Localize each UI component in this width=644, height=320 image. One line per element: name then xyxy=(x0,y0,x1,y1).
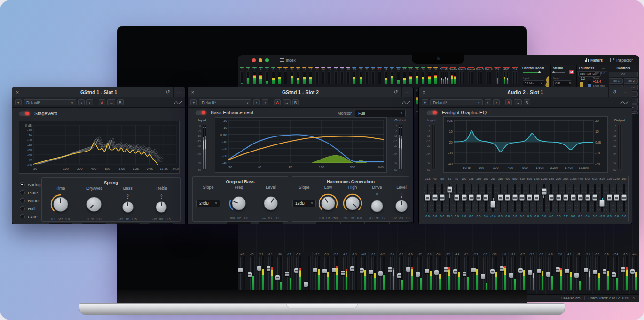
eq-band-slider-31.5[interactable] xyxy=(425,194,430,201)
preset-select[interactable]: Default*∨ xyxy=(24,99,76,105)
bus-strip-Main 3[interactable]: Main 3 xyxy=(458,66,467,84)
mixer-channel-strip[interactable]: -4.4 xyxy=(453,252,462,295)
channel-strip[interactable]: 32 xyxy=(432,66,439,84)
mixer-channel-strip[interactable]: -7.1 xyxy=(462,252,471,295)
channel-fader[interactable] xyxy=(481,274,485,279)
channel-fader[interactable] xyxy=(509,273,513,278)
channel-fader[interactable] xyxy=(463,272,467,276)
mixer-channel-strip[interactable]: -3.3 xyxy=(537,252,546,295)
studio-input-select[interactable]: C/R∨ xyxy=(553,80,573,86)
talk-2-button[interactable]: Talk 2 xyxy=(624,78,638,84)
treble-value[interactable]: 0.0 xyxy=(149,223,173,224)
channel-strip[interactable]: 8 xyxy=(283,66,289,84)
channel-fader[interactable] xyxy=(416,272,420,277)
channel-fader[interactable] xyxy=(341,271,345,275)
mixer-channel-strip[interactable]: -3.9 xyxy=(602,252,612,295)
ab-compare-a-button[interactable]: A xyxy=(99,99,105,105)
slope-select[interactable]: 24dB∨ xyxy=(196,200,220,207)
mixer-channel-strip[interactable]: -12 xyxy=(415,252,424,295)
mixer-channel-strip[interactable]: -7.4 xyxy=(611,252,620,295)
eq-band-slider-8.0k[interactable] xyxy=(599,200,605,207)
prev-preset-button[interactable]: ‹ xyxy=(78,99,85,105)
zoom-light[interactable] xyxy=(265,58,269,62)
mixer-channel-strip[interactable]: -2.9 xyxy=(471,252,480,295)
add-preset-button[interactable]: + xyxy=(422,99,428,105)
channel-fader[interactable] xyxy=(360,268,364,273)
mixer-channel-strip[interactable]: -6.2 xyxy=(378,252,387,295)
mixer-channel-strip[interactable]: -4.0 xyxy=(340,252,350,295)
mixer-channel-strip[interactable]: -1.3 xyxy=(350,252,359,295)
traffic-lights[interactable] xyxy=(252,58,269,62)
channel-strip[interactable]: 3 xyxy=(251,66,258,84)
channel-strip[interactable]: 12 xyxy=(307,66,314,84)
channel-fader[interactable] xyxy=(444,267,448,272)
window-titlebar[interactable]: GStnd 1 - Slot 2 × ↺ ⋯ xyxy=(188,87,413,97)
channel-strip[interactable]: 25 xyxy=(389,66,395,84)
channel-fader[interactable] xyxy=(537,269,542,273)
channel-fader[interactable] xyxy=(388,267,392,272)
menu-icon[interactable]: ⋯ xyxy=(620,87,632,97)
mixer-channel-strip[interactable]: -1.6 xyxy=(499,252,509,295)
channel-fader[interactable] xyxy=(248,272,252,277)
channel-fader[interactable] xyxy=(490,269,495,274)
prev-preset-button[interactable]: ‹ xyxy=(485,99,491,105)
channel-fader[interactable] xyxy=(630,269,635,274)
prev-preset-button[interactable]: ‹ xyxy=(253,99,260,105)
mixer-channel-strip[interactable]: -2.1 xyxy=(266,252,275,295)
off-button[interactable]: Off xyxy=(609,72,638,77)
mixer-channel-strip[interactable]: -2.8 xyxy=(331,252,341,295)
ab-compare-b-button[interactable]: B xyxy=(292,99,299,105)
drive-knob[interactable] xyxy=(371,200,383,212)
mixer-channel-strip[interactable]: -2.1 xyxy=(257,252,266,295)
channel-fader[interactable] xyxy=(546,272,550,277)
pause-icon[interactable]: ‖ xyxy=(600,72,601,75)
mixer-channel-strip[interactable]: -5.8 xyxy=(434,252,443,295)
eq-band-slider-1.0k[interactable] xyxy=(534,194,539,201)
channel-fader[interactable] xyxy=(518,268,523,273)
channel-fader[interactable] xyxy=(556,267,560,272)
channel-fader[interactable] xyxy=(285,272,289,276)
channel-strip[interactable]: 18 xyxy=(345,66,351,84)
channel-strip[interactable]: 1 xyxy=(239,66,245,84)
channel-strip[interactable]: 23 xyxy=(377,66,383,84)
channel-strip[interactable]: 14 xyxy=(320,66,326,84)
mixer-channel-strip[interactable]: -4.6 xyxy=(630,252,639,295)
channel-fader[interactable] xyxy=(565,269,569,273)
eq-band-slider-6.3k[interactable] xyxy=(592,194,597,201)
bass-knob[interactable] xyxy=(122,201,134,213)
eq-band-slider-2.0k[interactable] xyxy=(556,194,561,201)
mixer-channel-strip[interactable]: -5.2 xyxy=(294,252,303,295)
channel-strip[interactable]: 31 xyxy=(426,66,432,84)
next-preset-button[interactable]: › xyxy=(262,99,268,105)
monitor-select[interactable]: Full∨ xyxy=(355,110,406,117)
studio-mute-button[interactable]: M xyxy=(569,70,574,74)
eq-band-slider-5.0k[interactable] xyxy=(585,194,590,201)
window-titlebar[interactable]: GStnd 1 - Slot 1 × ↺ ⋯ xyxy=(12,87,185,97)
eq-band-slider-4.0k[interactable] xyxy=(578,194,583,201)
channel-fader[interactable] xyxy=(313,268,317,272)
mixer-channel-strip[interactable]: -2.7 xyxy=(518,252,527,295)
channel-fader[interactable] xyxy=(500,266,504,271)
bus-strip-5.1 Mix[interactable]: 5.1 Mix xyxy=(440,66,449,84)
mixer-channel-strip[interactable]: -9.2 xyxy=(509,252,518,295)
ab-compare-a-button[interactable]: A xyxy=(505,99,512,105)
channel-strip[interactable]: 11 xyxy=(301,66,307,84)
channel-strip[interactable]: 27 xyxy=(401,66,408,84)
mixer-channel-strip[interactable]: -4.1 xyxy=(565,252,574,295)
ab-compare-b-button[interactable]: B xyxy=(117,99,124,105)
mixer-channel-strip[interactable]: -5.3 xyxy=(322,252,331,295)
bus-strip-Main 6[interactable]: Main 6 xyxy=(484,66,493,84)
eq-band-slider-2.5k[interactable] xyxy=(563,194,568,201)
eq-band-slider-3.15k[interactable] xyxy=(571,194,576,201)
channel-strip[interactable]: 24 xyxy=(383,66,389,84)
channel-fader[interactable] xyxy=(406,267,410,272)
channel-strip[interactable]: 5 xyxy=(264,66,270,84)
mixer-channel-strip[interactable]: -3.1 xyxy=(369,252,378,295)
menu-icon[interactable]: ⋯ xyxy=(173,87,185,97)
bus-strip-Main 5[interactable]: Main 5 xyxy=(475,66,484,84)
channel-fader[interactable] xyxy=(267,266,271,271)
plugin-enable-toggle[interactable] xyxy=(195,110,207,115)
channel-strip[interactable]: 10 xyxy=(295,66,301,84)
eq-band-slider-500[interactable] xyxy=(512,194,518,201)
level-knob[interactable] xyxy=(395,200,408,212)
